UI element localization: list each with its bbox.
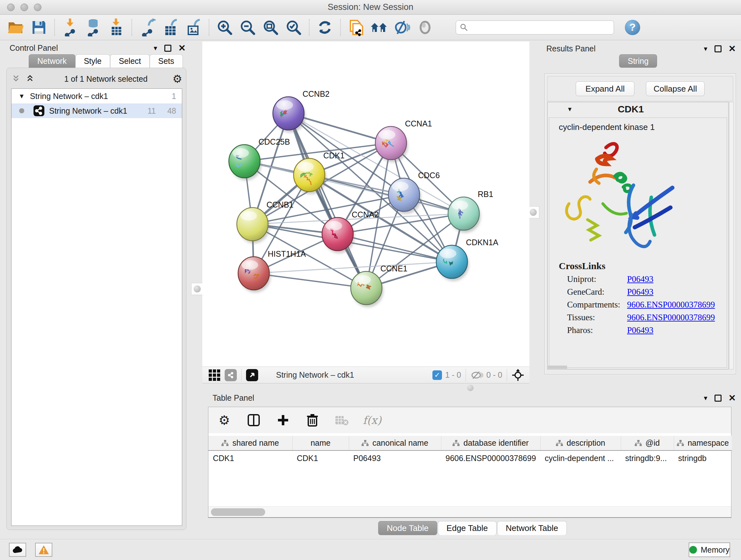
- collapse-all-icon[interactable]: [11, 75, 21, 83]
- search-input[interactable]: [468, 23, 610, 32]
- table-cell[interactable]: cyclin-dependent ...: [540, 450, 621, 466]
- hidden-eye-icon[interactable]: [470, 370, 483, 380]
- crosslink-link[interactable]: P06493: [627, 287, 654, 297]
- network-node-CDKN1A[interactable]: CDKN1A: [436, 238, 498, 281]
- save-session-icon[interactable]: [30, 18, 48, 37]
- crosslink-link[interactable]: P06493: [627, 274, 654, 284]
- tab-node-table[interactable]: Node Table: [378, 521, 437, 535]
- column-header-database-identifier[interactable]: database identifier: [441, 436, 540, 450]
- zoom-window-button[interactable]: [34, 3, 42, 11]
- results-horizontal-scrollbar[interactable]: [548, 366, 567, 369]
- string-view-icon[interactable]: [225, 369, 237, 381]
- tab-network[interactable]: Network: [29, 54, 75, 68]
- zoom-in-icon[interactable]: [215, 18, 234, 37]
- results-panel-float-icon[interactable]: [715, 45, 722, 52]
- tab-edge-table[interactable]: Edge Table: [438, 521, 496, 535]
- table-panel-float-icon[interactable]: [715, 395, 722, 401]
- table-cell[interactable]: P06493: [349, 450, 441, 466]
- selection-checkbox-icon[interactable]: ✓: [432, 370, 442, 380]
- results-vertical-scrollbar[interactable]: [729, 102, 734, 369]
- search-box[interactable]: [456, 20, 614, 35]
- column-header-name[interactable]: name: [292, 436, 349, 450]
- table-horizontal-scrollbar[interactable]: [208, 506, 731, 517]
- table-cell[interactable]: CDK1: [208, 450, 292, 466]
- network-collection-row[interactable]: ▼ String Network – cdk1 1: [11, 89, 182, 104]
- add-column-icon[interactable]: [275, 412, 291, 428]
- crosslink-link[interactable]: P06493: [627, 325, 654, 335]
- zoom-out-icon[interactable]: [239, 18, 257, 37]
- network-node-CCNA1[interactable]: CCNA1: [375, 119, 432, 162]
- tab-string[interactable]: String: [619, 54, 657, 68]
- open-session-icon[interactable]: [7, 18, 25, 37]
- expand-all-icon[interactable]: [25, 75, 35, 83]
- network-options-gear-icon[interactable]: ⚙: [173, 73, 182, 84]
- grid-view-icon[interactable]: [209, 369, 220, 381]
- column-header-description[interactable]: description: [540, 436, 621, 450]
- traffic-lights[interactable]: [7, 3, 42, 11]
- table-cell[interactable]: stringdb: [674, 450, 732, 466]
- delete-column-trash-icon[interactable]: [304, 412, 321, 428]
- import-database-icon[interactable]: [84, 18, 103, 37]
- crosslink-link[interactable]: 9606.ENSP00000378699: [627, 313, 715, 322]
- help-button[interactable]: ?: [625, 20, 640, 35]
- table-panel-menu-icon[interactable]: ▾: [704, 394, 707, 402]
- column-header-canonical-name[interactable]: canonical name: [349, 436, 441, 450]
- network-node-RB1[interactable]: RB1: [448, 190, 493, 233]
- control-panel-close-icon[interactable]: ✕: [179, 43, 186, 53]
- results-panel-close-icon[interactable]: ✕: [729, 44, 736, 54]
- network-row-selected[interactable]: String Network – cdk1 11 48: [11, 104, 182, 118]
- first-neighbors-icon[interactable]: [370, 18, 388, 37]
- zoom-selected-icon[interactable]: [284, 18, 303, 37]
- tab-style[interactable]: Style: [75, 54, 111, 68]
- tab-select[interactable]: Select: [110, 54, 149, 68]
- node-table[interactable]: shared namenamecanonical namedatabase id…: [208, 436, 731, 466]
- network-canvas[interactable]: CCNB2CCNA1CDC25BCDK1CDC6RB1CCNB1CCNA2CDK…: [202, 42, 529, 367]
- network-node-CDC25B[interactable]: CDC25B: [229, 137, 290, 180]
- table-settings-gear-icon[interactable]: ⚙: [216, 412, 232, 428]
- control-panel-menu-icon[interactable]: ▾: [153, 44, 157, 52]
- export-table-icon[interactable]: [161, 18, 180, 37]
- network-node-CDC6[interactable]: CDC6: [388, 171, 440, 214]
- column-header-namespace[interactable]: namespace: [674, 436, 732, 450]
- control-panel-float-icon[interactable]: [164, 45, 172, 52]
- table-cell[interactable]: CDK1: [292, 450, 349, 466]
- results-panel-menu-icon[interactable]: ▾: [704, 45, 707, 53]
- show-hidden-eye-icon[interactable]: [416, 18, 434, 37]
- center-view-icon[interactable]: [512, 369, 524, 381]
- network-node-CCNB2[interactable]: CCNB2: [273, 89, 330, 132]
- export-image-icon[interactable]: [184, 18, 203, 37]
- expand-all-button[interactable]: Expand All: [576, 81, 634, 96]
- import-table-icon[interactable]: [107, 18, 125, 37]
- hide-selection-icon[interactable]: [393, 18, 411, 37]
- clone-network-icon[interactable]: [347, 18, 365, 37]
- refresh-network-icon[interactable]: [316, 18, 334, 37]
- table-panel-close-icon[interactable]: ✕: [729, 393, 736, 403]
- show-columns-icon[interactable]: [246, 412, 262, 428]
- toolbar-separator: [131, 19, 132, 36]
- table-cell[interactable]: 9606.ENSP00000378699: [441, 450, 540, 466]
- tree-expand-icon[interactable]: ▼: [18, 92, 25, 100]
- gene-section-header[interactable]: ▾ CDK1: [548, 102, 728, 116]
- tab-network-table[interactable]: Network Table: [497, 521, 567, 535]
- left-splitter-handle[interactable]: [191, 283, 203, 295]
- minimize-window-button[interactable]: [20, 3, 28, 11]
- network-node-CCNB1[interactable]: CCNB1: [237, 200, 293, 243]
- warning-button[interactable]: [35, 543, 52, 557]
- export-network-icon[interactable]: [138, 18, 157, 37]
- memory-button[interactable]: Memory: [689, 543, 730, 557]
- column-header--id[interactable]: @id: [621, 436, 674, 450]
- gene-collapse-icon[interactable]: ▾: [568, 105, 571, 113]
- zoom-fit-icon[interactable]: [261, 18, 280, 37]
- close-window-button[interactable]: [7, 3, 15, 11]
- column-header-shared-name[interactable]: shared name: [208, 436, 292, 450]
- network-node-CDK1[interactable]: CDK1: [293, 151, 345, 194]
- import-network-icon[interactable]: [61, 18, 79, 37]
- bottom-splitter-handle[interactable]: [467, 385, 474, 391]
- birdseye-view-icon[interactable]: [246, 369, 258, 381]
- table-row[interactable]: CDK1CDK1P064939606.ENSP00000378699cyclin…: [208, 450, 732, 466]
- table-cell[interactable]: stringdb:9...: [621, 450, 674, 466]
- tab-sets[interactable]: Sets: [150, 54, 183, 68]
- crosslink-link[interactable]: 9606.ENSP00000378699: [627, 300, 715, 310]
- cloud-button[interactable]: [9, 543, 26, 557]
- collapse-all-button[interactable]: Collapse All: [646, 81, 704, 96]
